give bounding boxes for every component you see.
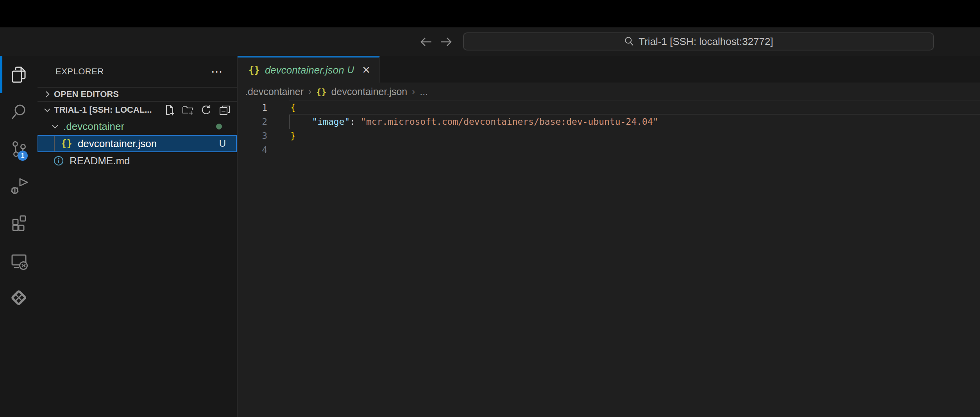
open-editors-label: OPEN EDITORS: [54, 89, 119, 99]
chevron-right-icon: [43, 90, 52, 99]
window-top-band: [0, 0, 980, 27]
forward-button[interactable]: [438, 27, 455, 56]
code-token: :: [350, 117, 361, 127]
workspace-label: TRIAL-1 [SSH: LOCAL...: [54, 105, 152, 115]
folder-label: .devcontainer: [63, 120, 124, 133]
activity-run-debug[interactable]: [0, 167, 38, 205]
search-icon: [9, 102, 28, 121]
code-line: 1 {: [238, 101, 980, 115]
code-token: }: [290, 131, 296, 141]
workspace-actions: [164, 104, 231, 116]
info-icon: [53, 155, 64, 166]
tab-bar: {} devcontainer.json U ✕: [238, 56, 980, 83]
tree-item-devcontainer-json[interactable]: {} devcontainer.json U: [38, 135, 237, 152]
breadcrumb-symbol[interactable]: ...: [420, 86, 428, 97]
line-number: 2: [238, 115, 267, 129]
line-number: 3: [238, 129, 267, 143]
debug-icon: [9, 177, 28, 196]
remote-explorer-icon: [9, 251, 28, 270]
git-modified-dot: [216, 124, 222, 129]
command-center-search[interactable]: Trial-1 [SSH: localhost:32772]: [463, 32, 934, 50]
file-label: devcontainer.json: [78, 138, 157, 150]
code-token: "image": [312, 117, 350, 127]
refresh-button[interactable]: [200, 104, 212, 116]
new-file-button[interactable]: [164, 104, 175, 116]
sidebar-title: EXPLORER: [55, 67, 104, 77]
line-number: 1: [238, 101, 267, 115]
files-icon: [9, 65, 28, 84]
chevron-down-icon: [51, 122, 59, 131]
chevron-down-icon: [43, 106, 52, 114]
back-button[interactable]: [417, 27, 435, 56]
tab-devcontainer-json[interactable]: {} devcontainer.json U ✕: [238, 56, 380, 83]
tree-item-readme[interactable]: README.md: [38, 152, 237, 169]
tree-item-devcontainer-folder[interactable]: .devcontainer: [38, 118, 237, 135]
activity-extensions[interactable]: [0, 205, 38, 242]
activity-search[interactable]: [0, 93, 38, 130]
container-diamond-icon: [9, 288, 28, 307]
code-token: {: [290, 102, 296, 113]
code-line: 4: [238, 143, 980, 157]
new-folder-button[interactable]: [182, 104, 194, 116]
breadcrumb-folder[interactable]: .devcontainer: [245, 86, 304, 97]
breadcrumb-file[interactable]: devcontainer.json: [331, 86, 408, 97]
workspace-section-header[interactable]: TRIAL-1 [SSH: LOCAL...: [38, 101, 237, 118]
collapse-all-button[interactable]: [219, 104, 231, 116]
chevron-separator: ›: [412, 86, 415, 97]
json-file-icon: {}: [249, 65, 260, 75]
code-line: 2 "image": "mcr.microsoft.com/devcontain…: [238, 115, 980, 129]
more-actions-icon[interactable]: ⋯: [211, 65, 224, 78]
activity-explorer[interactable]: [0, 56, 38, 93]
title-bar: Trial-1 [SSH: localhost:32772]: [0, 27, 980, 56]
breadcrumb: .devcontainer › {} devcontainer.json › .…: [238, 83, 980, 101]
explorer-sidebar: EXPLORER ⋯ OPEN EDITORS TRIAL-1 [SSH: LO…: [38, 56, 238, 417]
file-label: README.md: [70, 155, 130, 167]
tree-indent-guide: [54, 136, 55, 151]
line-number: 4: [238, 143, 267, 157]
json-file-icon: {}: [316, 87, 327, 97]
activity-bar: 1: [0, 56, 38, 417]
code-token: "mcr.microsoft.com/devcontainers/base:de…: [361, 117, 658, 127]
editor-group: {} devcontainer.json U ✕ .devcontainer ›…: [238, 56, 980, 417]
activity-containers[interactable]: [0, 279, 38, 316]
git-untracked-badge: U: [219, 138, 226, 149]
command-center-text: Trial-1 [SSH: localhost:32772]: [638, 36, 773, 48]
code-editor[interactable]: 1 { 2 "image": "mcr.microsoft.com/devcon…: [238, 101, 980, 417]
arrow-right-icon: [438, 34, 454, 50]
json-file-icon: {}: [61, 138, 72, 149]
sidebar-title-bar: EXPLORER ⋯: [38, 56, 237, 87]
arrow-left-icon: [418, 34, 434, 50]
close-icon[interactable]: ✕: [362, 64, 370, 76]
tab-label: devcontainer.json: [265, 64, 344, 76]
activity-source-control[interactable]: 1: [0, 130, 38, 167]
chevron-separator: ›: [308, 86, 311, 97]
extensions-icon: [9, 214, 28, 233]
open-editors-header[interactable]: OPEN EDITORS: [38, 87, 237, 101]
code-token: [290, 117, 312, 127]
activity-remote-explorer[interactable]: [0, 242, 38, 279]
code-line: 3 }: [238, 129, 980, 143]
search-icon: [624, 36, 635, 47]
tab-git-badge: U: [347, 65, 354, 75]
source-control-badge: 1: [18, 151, 28, 161]
